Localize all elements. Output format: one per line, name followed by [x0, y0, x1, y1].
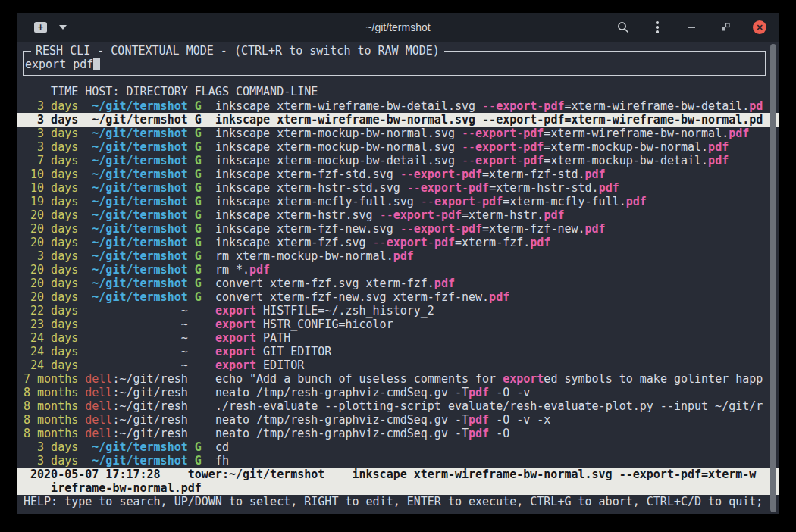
search-panel-title: RESH CLI - CONTEXTUAL MODE - (CTRL+R to …: [31, 44, 444, 58]
history-row[interactable]: 24 days ~ export GIT_EDITOR: [17, 345, 779, 358]
search-panel: RESH CLI - CONTEXTUAL MODE - (CTRL+R to …: [23, 51, 766, 76]
minimize-button[interactable]: [685, 20, 698, 34]
history-row[interactable]: 20 days ~/git/termshot G inkscape xterm-…: [17, 236, 779, 249]
search-query: export pdf: [25, 58, 93, 71]
history-row[interactable]: 24 days ~ export EDITOR: [17, 358, 779, 372]
history-row[interactable]: 20 days ~/git/termshot G inkscape xterm-…: [17, 208, 779, 222]
minimize-icon: [688, 27, 695, 28]
history-row[interactable]: 20 days ~/git/termshot G convert xterm-f…: [17, 277, 779, 290]
history-row[interactable]: 8 months dell:~/git/resh neato /tmp/resh…: [17, 386, 779, 399]
search-input[interactable]: export pdf: [24, 58, 765, 71]
history-row[interactable]: 8 months dell:~/git/resh ./resh-evaluate…: [17, 399, 779, 413]
history-row[interactable]: 7 days ~/git/termshot G inkscape xterm-m…: [17, 154, 779, 167]
history-row[interactable]: 3 days ~/git/termshot G cd: [17, 440, 779, 454]
selected-entry-detail: 2020-05-07 17:17:28 tower:~/git/termshot…: [17, 468, 779, 495]
history-row[interactable]: 20 days ~/git/termshot G rm *.pdf: [17, 263, 779, 277]
close-button[interactable]: ✕: [753, 20, 766, 34]
restore-icon: [721, 23, 730, 32]
history-row[interactable]: 7 months dell:~/git/resh echo "Add a bun…: [17, 372, 779, 386]
menu-button[interactable]: [650, 20, 664, 34]
history-row[interactable]: 19 days ~/git/termshot G inkscape xterm-…: [17, 195, 779, 208]
scrollbar[interactable]: [770, 44, 776, 512]
history-row[interactable]: 10 days ~/git/termshot G inkscape xterm-…: [17, 181, 779, 195]
titlebar: + ~/git/termshot ✕: [17, 13, 779, 42]
new-tab-icon: +: [38, 23, 43, 32]
history-row[interactable]: 3 days ~/git/termshot G inkscape xterm-m…: [17, 127, 779, 140]
search-button[interactable]: [616, 20, 630, 34]
new-tab-button[interactable]: +: [34, 22, 47, 33]
history-row[interactable]: 20 days ~/git/termshot G convert xterm-f…: [17, 290, 779, 304]
terminal[interactable]: RESH CLI - CONTEXTUAL MODE - (CTRL+R to …: [17, 42, 779, 514]
history-row[interactable]: 3 days ~/git/termshot G fh: [17, 454, 779, 468]
history-row[interactable]: 3 days ~/git/termshot G rm xterm-mockup-…: [17, 249, 779, 263]
kebab-menu-icon: [656, 21, 659, 33]
detail-line: ireframe-bw-normal.pdf: [17, 481, 779, 495]
history-row-selected[interactable]: 3 days ~/git/termshot G inkscape xterm-w…: [17, 113, 779, 127]
history-row[interactable]: 24 days ~ export PATH: [17, 331, 779, 345]
history-row[interactable]: 23 days ~ export HSTR_CONFIG=hicolor: [17, 318, 779, 331]
history-row[interactable]: 8 months dell:~/git/resh neato /tmp/resh…: [17, 413, 779, 427]
window-title: ~/git/termshot: [365, 21, 430, 33]
history-row[interactable]: 22 days ~ export HISTFILE=~/.zsh_history…: [17, 304, 779, 318]
history-row[interactable]: 3 days ~/git/termshot G inkscape xterm-w…: [17, 99, 779, 113]
history-list: 3 days ~/git/termshot G inkscape xterm-w…: [17, 99, 779, 468]
help-bar: HELP: type to search, UP/DOWN to select,…: [17, 495, 779, 509]
history-row[interactable]: 3 days ~/git/termshot G inkscape xterm-m…: [17, 140, 779, 154]
text-cursor: [93, 58, 100, 70]
history-row[interactable]: 10 days ~/git/termshot G inkscape xterm-…: [17, 167, 779, 181]
history-table-header: TIME HOST: DIRECTORY FLAGS COMMAND-LINE: [17, 85, 779, 99]
search-icon: [617, 21, 629, 33]
restore-button[interactable]: [719, 20, 732, 34]
detail-line: 2020-05-07 17:17:28 tower:~/git/termshot…: [17, 468, 779, 481]
history-row[interactable]: 8 months dell:~/git/resh neato /tmp/resh…: [17, 427, 779, 440]
chevron-down-icon[interactable]: [59, 25, 67, 30]
close-icon: ✕: [756, 23, 763, 32]
history-row[interactable]: 20 days ~/git/termshot G inkscape xterm-…: [17, 222, 779, 236]
terminal-window: + ~/git/termshot ✕ RESH CLI - CO: [17, 13, 779, 514]
